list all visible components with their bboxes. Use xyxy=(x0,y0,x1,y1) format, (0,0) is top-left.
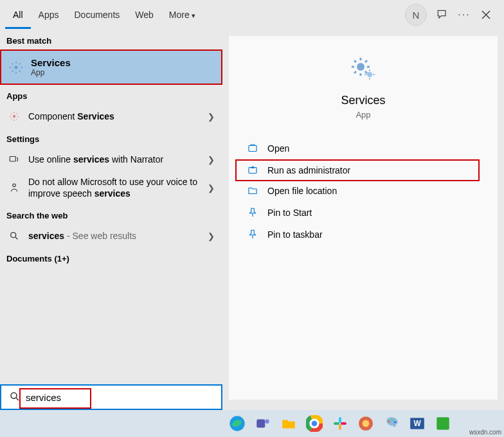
chevron-right-icon: ❯ xyxy=(208,231,215,241)
svg-point-5 xyxy=(357,63,364,71)
preview-pane: Services App Open Run as administrator O… xyxy=(229,36,498,400)
result-services-app[interactable]: Services App xyxy=(0,49,222,85)
section-settings: Settings xyxy=(0,128,222,148)
taskbar-chrome-icon[interactable] xyxy=(303,413,325,434)
tab-more[interactable]: More xyxy=(161,1,203,29)
result-component-services[interactable]: Component Services ❯ xyxy=(0,105,222,128)
result-subtitle: App xyxy=(31,68,71,77)
action-pin-to-start[interactable]: Pin to Start xyxy=(229,202,498,224)
section-best-match: Best match xyxy=(0,30,222,49)
more-options-icon[interactable]: ··· xyxy=(458,8,471,21)
chevron-right-icon: ❯ xyxy=(208,112,215,121)
narrator-icon xyxy=(8,153,21,166)
svg-point-6 xyxy=(367,72,372,77)
taskbar-app2-icon[interactable] xyxy=(432,413,454,434)
preview-title: Services xyxy=(341,94,385,107)
result-label: Do not allow Microsoft to use your voice… xyxy=(28,176,200,199)
svg-point-3 xyxy=(13,184,16,187)
svg-point-0 xyxy=(14,66,18,69)
tab-documents[interactable]: Documents xyxy=(66,1,127,29)
result-title: Services xyxy=(31,57,71,68)
speech-icon xyxy=(8,181,21,194)
svg-rect-18 xyxy=(339,417,341,423)
feedback-icon[interactable] xyxy=(436,8,449,21)
svg-point-23 xyxy=(363,420,370,427)
taskbar-word-icon[interactable]: W xyxy=(406,413,428,434)
watermark: wsxdn.com xyxy=(469,429,501,436)
svg-rect-20 xyxy=(339,424,341,430)
taskbar-explorer-icon[interactable] xyxy=(278,413,300,434)
svg-rect-2 xyxy=(10,157,15,162)
search-icon xyxy=(9,391,22,404)
svg-point-9 xyxy=(11,393,17,398)
svg-rect-29 xyxy=(437,417,449,430)
svg-rect-21 xyxy=(341,422,346,425)
svg-rect-19 xyxy=(334,422,339,425)
result-label: services - See web results xyxy=(28,230,200,242)
tab-web[interactable]: Web xyxy=(127,1,161,29)
search-box[interactable] xyxy=(0,384,222,410)
result-label: Use online services with Narrator xyxy=(28,154,200,165)
tab-apps[interactable]: Apps xyxy=(31,1,67,29)
result-narrator-services[interactable]: Use online services with Narrator ❯ xyxy=(0,148,222,171)
action-label: Open file location xyxy=(267,186,337,196)
avatar[interactable]: N xyxy=(405,4,427,26)
gear-icon xyxy=(9,60,23,75)
action-label: Pin to taskbar xyxy=(267,229,323,240)
svg-rect-8 xyxy=(249,168,256,174)
results-list: Best match Services App Apps Component S… xyxy=(0,30,222,406)
svg-rect-11 xyxy=(256,420,265,428)
result-label: Component Services xyxy=(28,111,200,122)
svg-point-17 xyxy=(312,421,318,427)
action-open-file-location[interactable]: Open file location xyxy=(229,180,498,202)
section-apps: Apps xyxy=(0,85,222,105)
svg-rect-7 xyxy=(249,146,256,152)
action-run-as-administrator[interactable]: Run as administrator xyxy=(235,159,480,181)
search-tabs: All Apps Documents Web More N ··· xyxy=(0,0,504,30)
taskbar-slack-icon[interactable] xyxy=(329,413,351,434)
action-open[interactable]: Open xyxy=(229,138,498,159)
preview-subtitle: App xyxy=(356,110,370,120)
action-label: Open xyxy=(267,143,289,154)
result-web-services[interactable]: services - See web results ❯ xyxy=(0,224,222,247)
action-label: Pin to Start xyxy=(267,208,312,218)
svg-point-25 xyxy=(391,419,393,421)
section-search-web: Search the web xyxy=(0,204,222,224)
taskbar-paint-icon[interactable] xyxy=(381,413,402,434)
result-speech-services[interactable]: Do not allow Microsoft to use your voice… xyxy=(0,171,222,204)
gear-icon xyxy=(8,110,21,123)
taskbar-teams-icon[interactable] xyxy=(252,413,274,434)
chevron-right-icon: ❯ xyxy=(208,183,215,193)
action-label: Run as administrator xyxy=(267,165,350,175)
svg-point-12 xyxy=(265,420,269,424)
svg-point-4 xyxy=(11,233,16,238)
svg-point-24 xyxy=(388,420,390,422)
svg-point-1 xyxy=(13,115,16,118)
taskbar: W xyxy=(0,410,504,437)
tab-all[interactable]: All xyxy=(5,1,31,29)
chevron-right-icon: ❯ xyxy=(208,155,215,165)
search-input[interactable] xyxy=(26,392,217,403)
taskbar-edge-icon[interactable] xyxy=(226,413,248,434)
section-documents: Documents (1+) xyxy=(0,247,222,267)
search-icon xyxy=(8,229,21,242)
action-pin-to-taskbar[interactable]: Pin to taskbar xyxy=(229,224,498,245)
close-icon[interactable] xyxy=(480,8,492,21)
gear-icon xyxy=(348,54,379,85)
svg-text:W: W xyxy=(413,419,421,428)
taskbar-app-icon[interactable] xyxy=(355,413,377,434)
svg-point-26 xyxy=(394,421,396,423)
